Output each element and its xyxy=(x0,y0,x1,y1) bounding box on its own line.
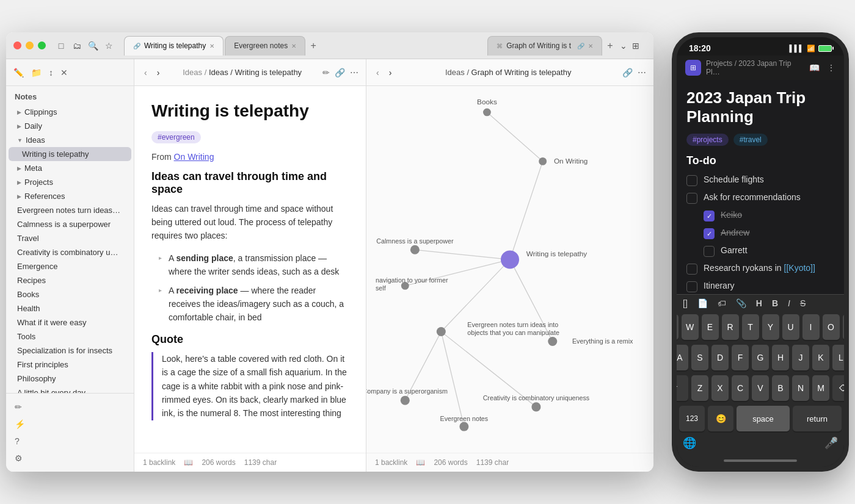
tab-add-button[interactable]: + xyxy=(307,39,320,52)
graph-node-company[interactable] xyxy=(401,396,410,405)
key-h[interactable]: H xyxy=(772,345,789,370)
close-button[interactable] xyxy=(13,41,21,49)
kyoto-link[interactable]: [[Kyoto]] xyxy=(784,263,815,273)
graph-node-creativity[interactable] xyxy=(531,402,540,411)
graph-link-icon[interactable]: 🔗 xyxy=(622,68,633,77)
sidebar-item-what-if[interactable]: What if it were easy xyxy=(9,315,131,329)
sidebar-item-daily[interactable]: ▶ Daily xyxy=(9,119,131,133)
back-button[interactable]: ‹ xyxy=(142,67,150,79)
search-icon[interactable]: 🔍 xyxy=(87,40,98,51)
sidebar-item-emergence[interactable]: Emergence xyxy=(9,259,131,273)
checkbox-schedule-flights[interactable] xyxy=(686,175,697,186)
key-j[interactable]: J xyxy=(792,345,809,370)
key-k[interactable]: K xyxy=(812,345,829,370)
key-y[interactable]: Y xyxy=(762,314,779,340)
key-o[interactable]: O xyxy=(823,314,840,340)
checkbox-itinerary[interactable] xyxy=(686,281,697,292)
sidebar-item-philosophy[interactable]: Philosophy xyxy=(9,372,131,386)
key-n[interactable]: N xyxy=(792,375,809,401)
key-x[interactable]: X xyxy=(711,375,729,401)
graph-node-evergreen[interactable] xyxy=(437,327,446,336)
fmt-i-icon[interactable]: I xyxy=(788,298,790,308)
key-i[interactable]: I xyxy=(802,314,820,340)
sidebar-settings-icon[interactable]: ⚙ xyxy=(6,450,134,467)
graph-node-evergreen-notes[interactable] xyxy=(459,422,468,431)
graph-tab-close[interactable]: ✕ xyxy=(588,43,593,49)
phone-tag-travel[interactable]: #travel xyxy=(733,134,768,146)
sort-icon[interactable]: ↕ xyxy=(49,68,53,77)
close-sidebar-icon[interactable]: ✕ xyxy=(60,68,68,77)
more-icon[interactable]: ⋯ xyxy=(350,68,358,77)
key-g[interactable]: G xyxy=(752,345,769,370)
key-space[interactable]: space xyxy=(737,406,790,431)
edit-icon[interactable]: ✏ xyxy=(322,68,330,77)
fmt-attach-icon[interactable]: 📎 xyxy=(736,298,746,308)
key-backspace[interactable]: ⌫ xyxy=(832,375,849,401)
key-q[interactable]: Q xyxy=(672,314,679,340)
sidebar-item-writing-telepathy[interactable]: Writing is telepathy xyxy=(9,147,131,161)
fmt-tag-icon[interactable]: 🏷 xyxy=(718,298,726,308)
key-r[interactable]: R xyxy=(722,314,739,340)
sidebar-item-references[interactable]: ▶ References xyxy=(9,189,131,203)
checkbox-garrett[interactable] xyxy=(704,246,715,257)
checkbox-keiko[interactable]: ✓ xyxy=(704,211,715,221)
fmt-brackets-icon[interactable]: [] xyxy=(683,298,688,308)
fmt-h-icon[interactable]: H xyxy=(756,298,762,308)
key-return[interactable]: return xyxy=(793,406,842,431)
graph-node-calmness[interactable] xyxy=(410,245,420,254)
sidebar-item-specialization[interactable]: Specialization is for insects xyxy=(9,344,131,358)
sidebar-item-recipes[interactable]: Recipes xyxy=(9,273,131,287)
sidebar-item-tools[interactable]: Tools xyxy=(9,329,131,344)
sidebar-item-first-principles[interactable]: First principles xyxy=(9,358,131,372)
new-note-icon[interactable]: ✏️ xyxy=(13,68,24,77)
graph-back-button[interactable]: ‹ xyxy=(374,67,382,79)
key-b[interactable]: B xyxy=(772,375,789,401)
folder-icon[interactable]: 🗂 xyxy=(71,40,82,51)
new-folder-icon[interactable]: 📁 xyxy=(31,68,42,77)
key-a[interactable]: A xyxy=(672,345,688,370)
sidebar-item-clippings[interactable]: ▶ Clippings xyxy=(9,105,131,119)
maximize-button[interactable] xyxy=(38,41,46,49)
chevron-down-icon[interactable]: ⌄ xyxy=(618,40,629,51)
sidebar-item-creativity[interactable]: Creativity is combinatory u… xyxy=(9,245,131,259)
tab-close-btn[interactable]: ✕ xyxy=(209,43,214,49)
checkbox-ask-recommendations[interactable] xyxy=(686,193,697,204)
sidebar-item-little-bit[interactable]: A little bit every day xyxy=(9,386,131,393)
fmt-doc-icon[interactable]: 📄 xyxy=(697,298,708,308)
tab-add-button-2[interactable]: + xyxy=(603,39,617,52)
graph-node-on-writing[interactable] xyxy=(539,157,547,165)
graph-node-writing-telepathy[interactable] xyxy=(501,250,519,268)
key-p[interactable]: P xyxy=(843,314,850,340)
key-e[interactable]: E xyxy=(702,314,719,340)
tab-close-btn-2[interactable]: ✕ xyxy=(291,43,296,49)
sidebar-item-health[interactable]: Health xyxy=(9,301,131,315)
key-emoji[interactable]: 😊 xyxy=(708,406,733,431)
sidebar-compose-icon[interactable]: ✏ xyxy=(6,398,134,416)
forward-button[interactable]: › xyxy=(155,67,162,79)
key-d[interactable]: D xyxy=(711,345,729,370)
key-123[interactable]: 123 xyxy=(679,406,705,431)
sidebar-item-evergreen[interactable]: Evergreen notes turn ideas… xyxy=(9,203,131,217)
key-shift[interactable]: ⇧ xyxy=(672,375,688,401)
phone-more-icon[interactable]: ⋮ xyxy=(827,63,835,73)
key-w[interactable]: W xyxy=(682,314,699,340)
phone-book-icon[interactable]: 📖 xyxy=(809,63,820,73)
graph-backlinks[interactable]: 1 backlink xyxy=(375,458,407,467)
graph-node-everything[interactable] xyxy=(548,337,557,346)
sidebar-item-meta[interactable]: ▶ Meta xyxy=(9,161,131,175)
fmt-b-icon[interactable]: B xyxy=(772,298,778,308)
graph-more-icon[interactable]: ⋯ xyxy=(638,68,646,77)
graph-node-books[interactable] xyxy=(483,108,491,116)
fmt-strike-icon[interactable]: S xyxy=(800,298,806,308)
key-f[interactable]: F xyxy=(732,345,749,370)
key-u[interactable]: U xyxy=(782,314,799,340)
key-v[interactable]: V xyxy=(752,375,769,401)
phone-tag-projects[interactable]: #projects xyxy=(686,134,729,146)
link-icon[interactable]: 🔗 xyxy=(335,68,345,77)
globe-icon[interactable]: 🌐 xyxy=(683,436,696,450)
mic-icon[interactable]: 🎤 xyxy=(824,436,838,450)
tab-writing-telepathy[interactable]: 🔗 Writing is telepathy ✕ xyxy=(124,36,224,56)
key-l[interactable]: L xyxy=(832,345,849,370)
sidebar-item-calmness[interactable]: Calmness is a superpower xyxy=(9,217,131,231)
layout-icon[interactable]: ⊞ xyxy=(630,40,641,51)
